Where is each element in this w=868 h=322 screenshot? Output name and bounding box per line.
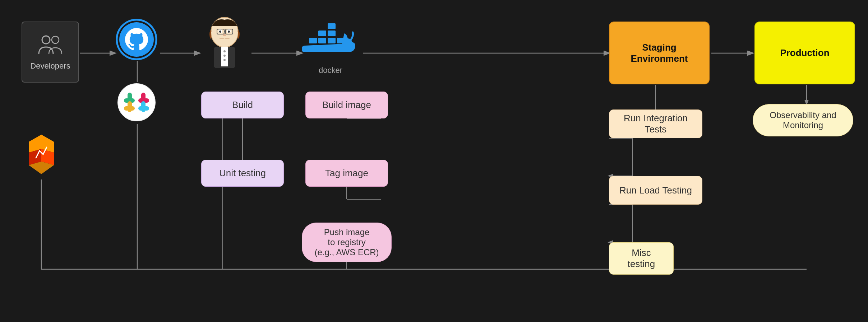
diagram-container: Developers [0, 0, 868, 322]
svg-rect-43 [318, 38, 326, 43]
tag-image-label: Tag image [325, 168, 368, 179]
svg-point-39 [223, 50, 226, 52]
svg-point-31 [219, 31, 221, 33]
unit-testing-box: Unit testing [201, 160, 284, 187]
docker-label: docker [302, 66, 359, 75]
misc-testing-box: Misc testing [609, 242, 674, 275]
svg-point-36 [223, 34, 226, 36]
aws-icon [20, 133, 63, 179]
svg-point-24 [42, 36, 50, 44]
tag-image-box: Tag image [305, 160, 388, 187]
svg-point-49 [118, 84, 155, 121]
docker-icon [302, 16, 359, 63]
staging-environment-label: Staging Environment [617, 42, 702, 64]
svg-rect-46 [328, 31, 336, 36]
svg-rect-57 [138, 106, 149, 111]
slack-icon [117, 83, 156, 122]
developers-icon [36, 33, 65, 59]
svg-point-41 [223, 59, 226, 61]
jenkins-icon-container [199, 13, 250, 63]
staging-environment-box: Staging Environment [609, 22, 710, 84]
production-label: Production [780, 47, 829, 59]
svg-rect-44 [328, 38, 336, 43]
push-image-box: Push image to registry (e.g., AWS ECR) [302, 223, 392, 262]
production-box: Production [754, 22, 855, 84]
build-image-label: Build image [322, 99, 371, 111]
svg-point-40 [223, 55, 226, 57]
misc-testing-label: Misc testing [628, 247, 655, 270]
build-image-box: Build image [305, 92, 388, 118]
slack-icon-container [117, 83, 156, 122]
svg-rect-55 [124, 106, 135, 111]
developers-label: Developers [30, 61, 70, 71]
jenkins-icon [199, 13, 250, 70]
push-image-label: Push image to registry (e.g., AWS ECR) [314, 227, 379, 257]
integration-tests-label: Run Integration Tests [617, 113, 695, 135]
observability-box: Observability and Monitoring [753, 104, 853, 136]
docker-icon-container: docker [302, 16, 359, 63]
aws-icon-container [20, 133, 63, 179]
svg-rect-42 [309, 38, 317, 43]
load-testing-label: Run Load Testing [619, 185, 692, 196]
integration-tests-box: Run Integration Tests [609, 109, 702, 138]
svg-point-25 [52, 36, 59, 43]
build-label: Build [232, 99, 253, 111]
svg-rect-45 [318, 31, 326, 36]
svg-point-32 [228, 31, 230, 33]
developer-box: Developers [22, 22, 79, 83]
build-box: Build [201, 92, 284, 118]
github-icon-container [115, 18, 158, 61]
svg-point-27 [119, 22, 154, 57]
load-testing-box: Run Load Testing [609, 176, 702, 205]
observability-label: Observability and Monitoring [770, 110, 836, 130]
svg-rect-47 [328, 23, 336, 29]
github-icon [115, 18, 158, 61]
unit-testing-label: Unit testing [219, 168, 266, 179]
